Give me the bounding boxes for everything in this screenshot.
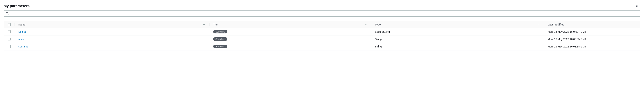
row-name-cell: surname <box>15 45 210 48</box>
row-checkbox-cell <box>4 30 15 33</box>
row-modified-cell: Mon, 16 May 2022 16:04:27 GMT <box>544 30 640 33</box>
type-text: SecureString <box>375 30 390 33</box>
modified-text: Mon, 16 May 2022 16:03:38 GMT <box>548 45 586 48</box>
parameter-link[interactable]: surname <box>18 45 28 48</box>
row-tier-cell: Standard <box>210 37 371 41</box>
header-modified-cell[interactable]: Last modified <box>544 23 640 26</box>
row-type-cell: SecureString <box>371 30 544 33</box>
table-row: Secret Standard SecureString Mon, 16 May… <box>4 28 640 35</box>
row-checkbox[interactable] <box>8 30 11 33</box>
row-checkbox-cell <box>4 45 15 48</box>
select-all-checkbox[interactable] <box>8 23 11 26</box>
page-title: My parameters <box>4 4 30 8</box>
sort-icon <box>538 23 540 26</box>
table-row: name Standard String Mon, 16 May 2022 16… <box>4 35 640 43</box>
row-type-cell: String <box>371 38 544 41</box>
header-tier-cell[interactable]: Tier <box>210 23 371 26</box>
header-row: My parameters <box>4 0 640 10</box>
row-modified-cell: Mon, 16 May 2022 16:03:38 GMT <box>544 45 640 48</box>
header-checkbox-cell <box>4 23 15 26</box>
tier-badge: Standard <box>213 37 227 41</box>
modified-text: Mon, 16 May 2022 16:04:27 GMT <box>548 30 586 33</box>
parameters-panel: My parameters <box>0 0 644 50</box>
table-header: Name Tier Type Last <box>4 21 640 28</box>
row-name-cell: Secret <box>15 30 210 33</box>
refresh-button[interactable] <box>634 3 640 9</box>
type-text: String <box>375 45 382 48</box>
modified-text: Mon, 16 May 2022 16:03:05 GMT <box>548 38 586 41</box>
header-type-label: Type <box>375 23 381 26</box>
header-name-label: Name <box>18 23 25 26</box>
refresh-icon <box>636 5 639 7</box>
header-tier-label: Tier <box>213 23 218 26</box>
parameters-table: Name Tier Type Last <box>4 21 640 50</box>
header-type-cell[interactable]: Type <box>371 23 544 26</box>
row-checkbox[interactable] <box>8 45 11 48</box>
row-checkbox[interactable] <box>8 38 11 40</box>
row-name-cell: name <box>15 38 210 41</box>
type-text: String <box>375 38 382 41</box>
search-input[interactable] <box>10 12 638 15</box>
sort-icon <box>365 23 367 26</box>
svg-line-1 <box>8 14 8 15</box>
search-wrapper[interactable] <box>4 10 640 17</box>
header-modified-label: Last modified <box>548 23 564 26</box>
row-checkbox-cell <box>4 38 15 40</box>
row-type-cell: String <box>371 45 544 48</box>
tier-badge: Standard <box>213 30 227 33</box>
row-tier-cell: Standard <box>210 45 371 48</box>
sort-icon <box>203 23 205 26</box>
parameter-link[interactable]: Secret <box>18 30 26 33</box>
search-icon <box>6 12 9 15</box>
table-row: surname Standard String Mon, 16 May 2022… <box>4 43 640 50</box>
header-name-cell[interactable]: Name <box>15 23 210 26</box>
parameter-link[interactable]: name <box>18 38 25 41</box>
row-tier-cell: Standard <box>210 30 371 33</box>
tier-badge: Standard <box>213 45 227 48</box>
row-modified-cell: Mon, 16 May 2022 16:03:05 GMT <box>544 38 640 41</box>
